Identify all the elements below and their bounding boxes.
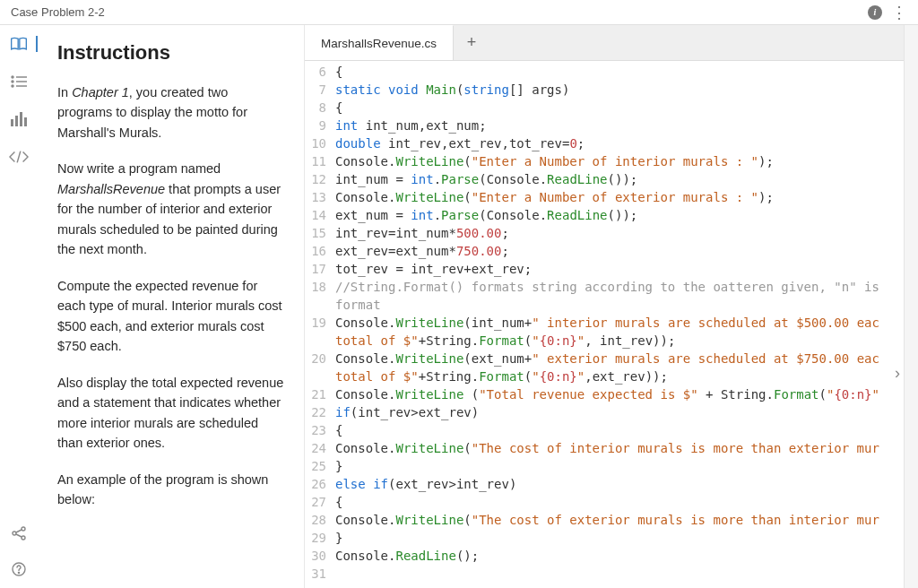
code-content[interactable]: int_num = int.Parse(Console.ReadLine()); [335, 170, 904, 188]
tab-bar: MarshallsRevenue.cs + [305, 25, 904, 61]
info-icon[interactable]: i [868, 5, 882, 20]
code-line[interactable]: 18//String.Format() formats string accor… [305, 278, 904, 296]
line-number: 17 [305, 260, 335, 278]
code-content[interactable]: Console.WriteLine("Enter a Number of int… [335, 152, 904, 170]
line-number: 16 [305, 242, 335, 260]
code-line[interactable]: 30Console.ReadLine(); [305, 547, 904, 565]
code-line[interactable]: 21Console.WriteLine ("Total revenue expe… [305, 385, 904, 403]
svg-line-10 [17, 151, 21, 163]
expand-caret-icon[interactable]: › [895, 364, 900, 383]
code-content[interactable]: double int_rev,ext_rev,tot_rev=0; [335, 134, 904, 152]
code-content[interactable]: int_rev=int_num*500.00; [335, 224, 904, 242]
code-content[interactable]: else if(ext_rev>int_rev) [335, 475, 904, 493]
code-content[interactable]: Console.WriteLine ("Total revenue expect… [335, 385, 904, 403]
code-line[interactable]: 27{ [305, 493, 904, 511]
code-line[interactable]: 9int int_num,ext_num; [305, 117, 904, 134]
chart-icon[interactable] [9, 109, 29, 129]
code-content[interactable]: int int_num,ext_num; [335, 117, 904, 134]
code-content[interactable]: Console.WriteLine(ext_num+" exterior mur… [335, 350, 904, 368]
code-icon[interactable] [9, 147, 29, 167]
code-line[interactable]: 15int_rev=int_num*500.00; [305, 224, 904, 242]
svg-rect-7 [15, 116, 18, 126]
line-number: 13 [305, 188, 335, 206]
code-content[interactable]: tot_rev = int_rev+ext_rev; [335, 260, 904, 278]
code-content[interactable]: if(int_rev>ext_rev) [335, 403, 904, 421]
code-line[interactable]: 16ext_rev=ext_num*750.00; [305, 242, 904, 260]
svg-line-15 [16, 534, 22, 537]
svg-rect-9 [24, 117, 27, 126]
code-line[interactable]: format [305, 296, 904, 314]
code-viewport[interactable]: › 6{7static void Main(string[] args)8{9i… [305, 61, 904, 588]
code-line[interactable]: 10double int_rev,ext_rev,tot_rev=0; [305, 134, 904, 152]
book-icon[interactable] [9, 34, 29, 54]
code-line[interactable]: 7static void Main(string[] args) [305, 81, 904, 99]
line-number: 8 [305, 99, 335, 117]
code-content[interactable]: { [335, 493, 904, 511]
editor-area: MarshallsRevenue.cs + › 6{7static void M… [305, 25, 904, 588]
code-line[interactable]: 6{ [305, 63, 904, 81]
line-number: 30 [305, 547, 335, 565]
code-content[interactable]: { [335, 63, 904, 81]
instructions-heading: Instructions [57, 41, 284, 65]
code-line[interactable]: 24Console.WriteLine("The cost of interio… [305, 439, 904, 457]
code-line[interactable]: 14ext_num = int.Parse(Console.ReadLine()… [305, 206, 904, 224]
code-content[interactable]: total of $"+String.Format("{0:n}", int_r… [335, 332, 904, 350]
code-content[interactable]: Console.WriteLine("The cost of interior … [335, 439, 904, 457]
code-line[interactable]: 23{ [305, 421, 904, 439]
code-content[interactable]: total of $"+String.Format("{0:n}",ext_re… [335, 368, 904, 385]
right-scrollbar-track[interactable] [904, 25, 918, 588]
code-line[interactable]: 19Console.WriteLine(int_num+" interior m… [305, 314, 904, 332]
code-line[interactable]: 29} [305, 529, 904, 547]
svg-point-11 [13, 532, 16, 535]
tab-file[interactable]: MarshallsRevenue.cs [305, 25, 454, 60]
code-content[interactable]: Console.WriteLine(int_num+" interior mur… [335, 314, 904, 332]
code-line[interactable]: 28Console.WriteLine("The cost of exterio… [305, 511, 904, 529]
code-content[interactable]: ext_rev=ext_num*750.00; [335, 242, 904, 260]
code-line[interactable]: 25} [305, 457, 904, 475]
title-bar: Case Problem 2-2 i ⋮ [0, 0, 918, 25]
code-line[interactable]: 13Console.WriteLine("Enter a Number of e… [305, 188, 904, 206]
line-number: 15 [305, 224, 335, 242]
share-icon[interactable] [9, 523, 29, 543]
code-content[interactable]: Console.WriteLine("The cost of exterior … [335, 511, 904, 529]
code-line[interactable]: total of $"+String.Format("{0:n}",ext_re… [305, 368, 904, 385]
code-content[interactable]: //String.Format() formats string accordi… [335, 278, 904, 296]
instructions-paragraph: Also display the total expected revenue … [57, 373, 284, 454]
help-icon[interactable] [9, 559, 29, 579]
code-line[interactable]: 22if(int_rev>ext_rev) [305, 403, 904, 421]
line-number: 9 [305, 117, 335, 134]
code-line[interactable]: 20Console.WriteLine(ext_num+" exterior m… [305, 350, 904, 368]
tab-add-button[interactable]: + [454, 25, 489, 60]
code-line[interactable]: 26else if(ext_rev>int_rev) [305, 475, 904, 493]
line-number: 27 [305, 493, 335, 511]
code-content[interactable]: Console.WriteLine("Enter a Number of ext… [335, 188, 904, 206]
code-line[interactable]: 8{ [305, 99, 904, 117]
code-content[interactable]: } [335, 457, 904, 475]
code-content[interactable]: ext_num = int.Parse(Console.ReadLine()); [335, 206, 904, 224]
line-number [305, 296, 335, 314]
line-number: 24 [305, 439, 335, 457]
code-content[interactable]: { [335, 421, 904, 439]
code-line[interactable]: 12int_num = int.Parse(Console.ReadLine()… [305, 170, 904, 188]
code-content[interactable]: } [335, 529, 904, 547]
code-line[interactable]: 11Console.WriteLine("Enter a Number of i… [305, 152, 904, 170]
line-number: 18 [305, 278, 335, 296]
code-line[interactable]: total of $"+String.Format("{0:n}", int_r… [305, 332, 904, 350]
code-line[interactable]: 17tot_rev = int_rev+ext_rev; [305, 260, 904, 278]
svg-point-0 [12, 76, 13, 78]
svg-point-12 [22, 527, 25, 531]
menu-dots-icon[interactable]: ⋮ [891, 3, 907, 22]
line-number: 22 [305, 403, 335, 421]
code-line[interactable]: 31 [305, 565, 904, 583]
code-content[interactable]: static void Main(string[] args) [335, 81, 904, 99]
code-content[interactable]: format [335, 296, 904, 314]
list-icon[interactable] [9, 72, 29, 91]
line-number: 11 [305, 152, 335, 170]
code-content[interactable]: { [335, 99, 904, 117]
code-content[interactable] [335, 565, 904, 583]
instructions-body: In Chapter 1, you created two programs t… [57, 82, 284, 509]
svg-rect-8 [20, 112, 22, 126]
code-content[interactable]: Console.ReadLine(); [335, 547, 904, 565]
svg-point-17 [18, 572, 19, 573]
line-number [305, 332, 335, 350]
